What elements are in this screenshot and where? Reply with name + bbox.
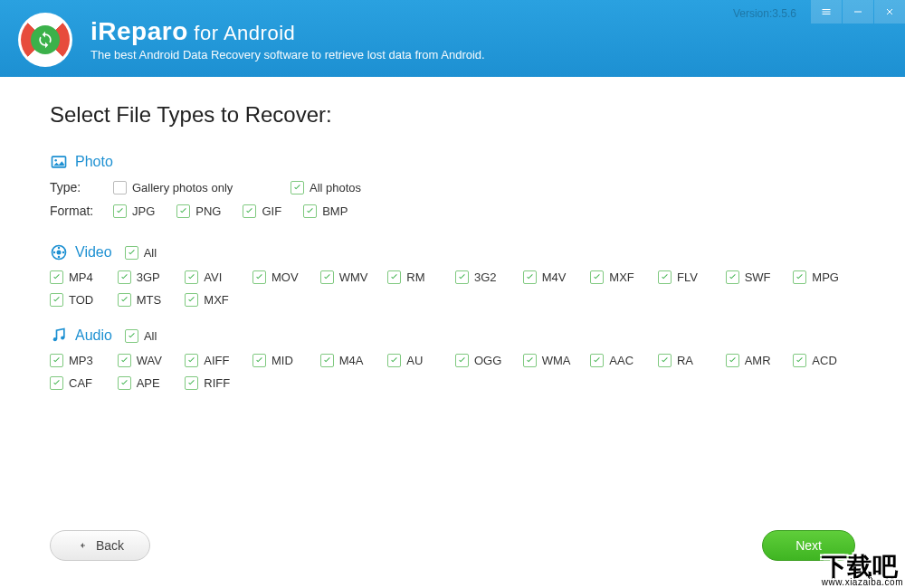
- audio-format-caf[interactable]: CAF: [50, 376, 112, 390]
- svg-point-8: [53, 251, 56, 254]
- photo-format-gif[interactable]: GIF: [243, 204, 281, 218]
- window-controls: [810, 0, 905, 24]
- close-button[interactable]: [874, 0, 905, 24]
- audio-format-mid[interactable]: MID: [252, 354, 315, 367]
- format-label: Format:: [50, 204, 113, 218]
- video-format-mpg[interactable]: MPG: [793, 270, 855, 284]
- video-format-swf[interactable]: SWF: [726, 270, 788, 284]
- menu-icon: [821, 6, 832, 17]
- video-format-rm[interactable]: RM: [387, 270, 450, 284]
- settings-button[interactable]: [811, 0, 842, 24]
- svg-point-9: [53, 337, 57, 341]
- video-format-m4v[interactable]: M4V: [523, 270, 586, 284]
- audio-format-au[interactable]: AU: [387, 354, 450, 367]
- video-section-header: Video All: [50, 243, 855, 261]
- video-format-3gp[interactable]: 3GP: [118, 270, 180, 284]
- video-format-3g2[interactable]: 3G2: [455, 270, 518, 284]
- video-icon: [50, 243, 68, 261]
- audio-format-aac[interactable]: AAC: [590, 354, 653, 367]
- photo-icon: [50, 153, 68, 171]
- svg-point-7: [58, 256, 61, 259]
- audio-format-ogg[interactable]: OGG: [455, 354, 518, 367]
- svg-point-6: [62, 251, 65, 254]
- audio-format-ape[interactable]: APE: [118, 376, 180, 390]
- svg-point-10: [61, 336, 64, 339]
- video-format-mxf[interactable]: MXF: [590, 270, 653, 284]
- video-heading: Video: [75, 244, 112, 261]
- audio-format-wav[interactable]: WAV: [118, 354, 180, 367]
- audio-format-ra[interactable]: RA: [658, 354, 720, 367]
- audio-format-wma[interactable]: WMA: [523, 354, 586, 367]
- svg-point-2: [54, 159, 57, 162]
- watermark: 下载吧 www.xiazaiba.com: [822, 555, 903, 586]
- audio-format-m4a[interactable]: M4A: [320, 354, 383, 367]
- back-arrow-icon: [76, 540, 89, 551]
- audio-format-mp3[interactable]: MP3: [50, 354, 112, 367]
- audio-format-riff[interactable]: RIFF: [185, 376, 247, 390]
- all-photos-checkbox[interactable]: All photos: [291, 181, 399, 194]
- refresh-icon: [36, 31, 54, 49]
- app-subtitle: The best Android Data Recovery software …: [90, 48, 887, 62]
- svg-point-4: [57, 251, 62, 255]
- video-format-mts[interactable]: MTS: [118, 293, 180, 307]
- app-header: iReparo for Android The best Android Dat…: [0, 0, 905, 77]
- minimize-button[interactable]: [843, 0, 873, 24]
- video-format-tod[interactable]: TOD: [50, 293, 112, 307]
- photo-format-jpg[interactable]: JPG: [113, 204, 155, 218]
- video-format-mp4[interactable]: MP4: [50, 270, 112, 284]
- page-title: Select File Types to Recover:: [50, 102, 855, 128]
- app-title: iReparo for Android: [90, 17, 887, 46]
- photo-section-header: Photo: [50, 153, 855, 171]
- back-button[interactable]: Back: [50, 530, 150, 561]
- close-icon: [884, 6, 895, 17]
- video-format-mov[interactable]: MOV: [252, 270, 315, 284]
- app-logo: [18, 13, 72, 67]
- audio-heading: Audio: [75, 327, 112, 344]
- photo-format-png[interactable]: PNG: [176, 204, 221, 218]
- main-content: Select File Types to Recover: Photo Type…: [0, 77, 905, 390]
- photo-format-bmp[interactable]: BMP: [303, 204, 348, 218]
- footer: Back Next: [50, 530, 855, 561]
- version-label: Version:3.5.6: [733, 7, 796, 20]
- audio-section-header: Audio All: [50, 327, 855, 345]
- video-format-flv[interactable]: FLV: [658, 270, 720, 284]
- svg-point-5: [58, 247, 61, 250]
- photo-heading: Photo: [75, 154, 113, 170]
- video-format-avi[interactable]: AVI: [185, 270, 247, 284]
- audio-all-checkbox[interactable]: All: [125, 329, 157, 343]
- minimize-icon: [853, 6, 863, 17]
- svg-rect-0: [854, 12, 862, 13]
- video-format-mxf[interactable]: MXF: [185, 293, 247, 307]
- type-label: Type:: [50, 180, 113, 194]
- audio-format-acd[interactable]: ACD: [793, 354, 855, 367]
- video-all-checkbox[interactable]: All: [125, 246, 157, 260]
- gallery-only-checkbox[interactable]: Gallery photos only: [113, 181, 285, 194]
- audio-format-aiff[interactable]: AIFF: [185, 354, 247, 367]
- video-format-wmv[interactable]: WMV: [320, 270, 383, 284]
- audio-format-amr[interactable]: AMR: [726, 354, 788, 367]
- audio-icon: [50, 327, 68, 345]
